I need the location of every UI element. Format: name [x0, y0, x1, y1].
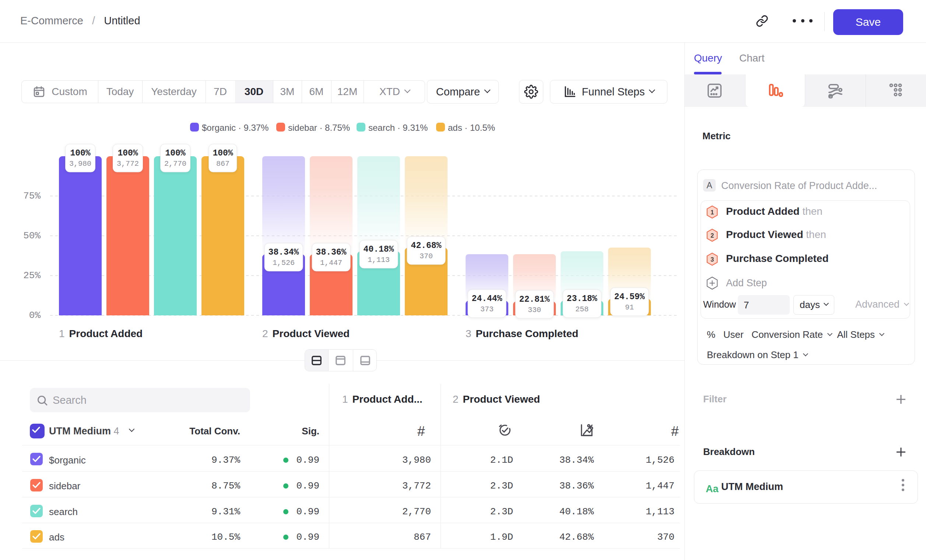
svg-text:1: 1	[711, 209, 714, 215]
svg-text:2: 2	[711, 232, 714, 239]
svg-text:3: 3	[711, 256, 714, 263]
